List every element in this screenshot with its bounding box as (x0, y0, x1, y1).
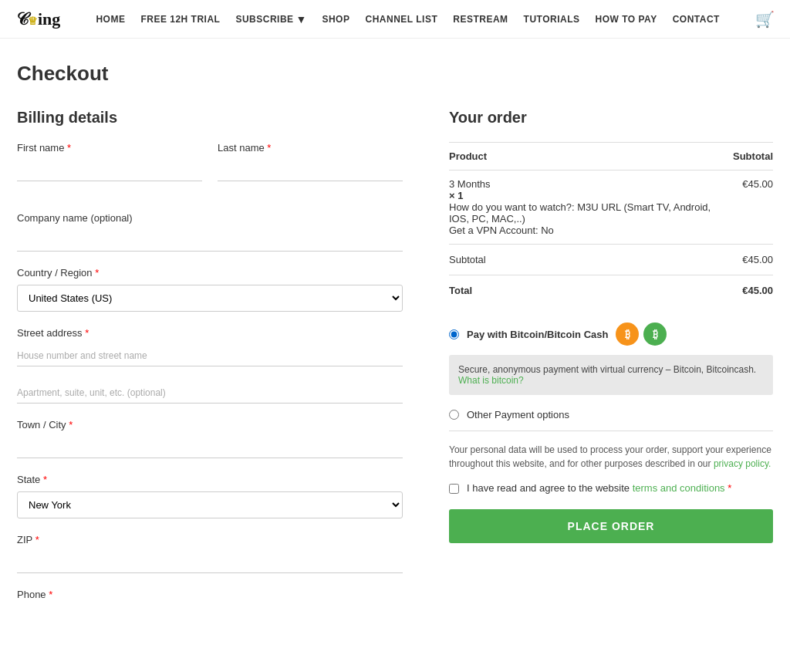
billing-section: Billing details First name * Last name *… (17, 109, 403, 622)
nav-subscribe-link[interactable]: SUBSCRIBE (235, 14, 293, 25)
nav-free-trial[interactable]: FREE 12H TRIAL (140, 14, 220, 25)
country-label: Country / Region * (17, 267, 403, 279)
zip-group: ZIP * (17, 534, 403, 573)
terms-label[interactable]: I have read and agree to the website ter… (467, 482, 731, 494)
nav-shop[interactable]: SHOP (322, 14, 349, 25)
product-row: 3 Months × 1 How do you want to watch?: … (449, 171, 773, 245)
bitcoin-desc-text: Secure, anonymous payment with virtual c… (458, 364, 756, 375)
logo-crown: ♕ (28, 15, 38, 27)
bitcoin-icons: ₿ ₿ (616, 322, 667, 346)
last-name-input[interactable] (218, 160, 403, 181)
bitcoin-description: Secure, anonymous payment with virtual c… (449, 355, 773, 395)
terms-link[interactable]: terms and conditions (633, 482, 725, 494)
nav-tutorials[interactable]: TUTORIALS (524, 14, 580, 25)
state-select[interactable]: New York (17, 491, 403, 518)
street-input[interactable] (17, 345, 403, 366)
nav-how-to-pay[interactable]: HOW TO PAY (596, 14, 657, 25)
city-required: * (69, 419, 73, 431)
nav-subscribe[interactable]: SUBSCRIBE ▼ (235, 13, 306, 25)
phone-label: Phone * (17, 589, 403, 600)
main-content: Checkout Billing details First name * La… (2, 39, 788, 645)
first-name-label: First name * (17, 142, 202, 154)
bitcoin-green-icon: ₿ (643, 322, 667, 346)
nav-restream[interactable]: RESTREAM (453, 14, 508, 25)
zip-input[interactable] (17, 552, 403, 573)
nav-channel-list[interactable]: CHANNEL LIST (365, 14, 437, 25)
product-name: 3 Months (449, 178, 490, 190)
subtotal-col-header: Subtotal (733, 143, 773, 171)
privacy-policy-link[interactable]: privacy policy. (714, 458, 771, 469)
what-is-bitcoin-link[interactable]: What is bitcoin? (458, 375, 524, 386)
city-label: Town / City * (17, 419, 403, 431)
street-group: Street address * (17, 327, 403, 366)
last-name-required: * (267, 142, 271, 154)
state-group: State * New York (17, 474, 403, 518)
order-title: Your order (449, 109, 773, 127)
country-select[interactable]: United States (US) (17, 285, 403, 312)
bitcoin-orange-icon: ₿ (616, 322, 639, 346)
name-row: First name * Last name * (17, 142, 403, 197)
chevron-down-icon: ▼ (296, 13, 307, 25)
first-name-group: First name * (17, 142, 202, 181)
nav-home[interactable]: HOME (96, 14, 125, 25)
product-watch-label: How do you want to watch?: (449, 201, 575, 213)
terms-row: I have read and agree to the website ter… (449, 482, 773, 494)
total-label: Total (449, 275, 733, 306)
zip-required: * (35, 534, 39, 545)
product-col-header: Product (449, 143, 733, 171)
apt-group (17, 382, 403, 404)
product-desc: 3 Months × 1 How do you want to watch?: … (449, 171, 733, 245)
other-payment-label[interactable]: Other Payment options (467, 409, 569, 420)
terms-text: I have read and agree to the website (467, 482, 630, 494)
terms-checkbox[interactable] (449, 484, 459, 494)
place-order-button[interactable]: PLACE ORDER (449, 509, 773, 543)
company-name-input[interactable] (17, 230, 403, 252)
other-payment-radio[interactable] (449, 410, 459, 420)
street-required: * (85, 327, 89, 339)
subtotal-label: Subtotal (449, 245, 733, 275)
subtotal-row: Subtotal €45.00 (449, 245, 773, 275)
bitcoin-radio[interactable] (449, 329, 459, 339)
country-group: Country / Region * United States (US) (17, 267, 403, 312)
logo-king: ing (38, 9, 60, 29)
country-required: * (95, 267, 99, 279)
apt-input[interactable] (17, 382, 403, 404)
first-name-required: * (67, 142, 71, 154)
zip-label: ZIP * (17, 534, 403, 545)
street-label: Street address * (17, 327, 403, 339)
phone-group: Phone * (17, 589, 403, 606)
product-price: €45.00 (733, 171, 773, 245)
other-payment-option: Other Payment options (449, 403, 773, 427)
last-name-group: Last name * (218, 142, 403, 181)
bitcoin-payment-option: Pay with Bitcoin/Bitcoin Cash ₿ ₿ (449, 313, 773, 355)
city-input[interactable] (17, 437, 403, 458)
checkout-grid: Billing details First name * Last name *… (17, 109, 773, 622)
product-qty: × 1 (449, 190, 463, 201)
first-name-input[interactable] (17, 160, 202, 181)
city-group: Town / City * (17, 419, 403, 458)
subtotal-value: €45.00 (733, 245, 773, 275)
cart-icon[interactable]: 🛒 (755, 10, 775, 29)
logo[interactable]: 𝒞♕ing (15, 9, 60, 29)
payment-section: Pay with Bitcoin/Bitcoin Cash ₿ ₿ Secure… (449, 313, 773, 543)
logo-c: 𝒞 (15, 9, 28, 29)
total-row: Total €45.00 (449, 275, 773, 306)
company-name-group: Company name (optional) (17, 212, 403, 252)
state-required: * (43, 474, 47, 485)
order-table: Product Subtotal 3 Months × 1 How do you… (449, 142, 773, 306)
total-value: €45.00 (733, 275, 773, 306)
product-vpn: Get a VPN Account: No (449, 225, 554, 236)
last-name-label: Last name * (218, 142, 403, 154)
nav-contact[interactable]: CONTACT (673, 14, 720, 25)
navigation: 𝒞♕ing HOME FREE 12H TRIAL SUBSCRIBE ▼ SH… (0, 0, 790, 39)
phone-required: * (49, 589, 52, 600)
bitcoin-label[interactable]: Pay with Bitcoin/Bitcoin Cash (467, 329, 608, 340)
state-label: State * (17, 474, 403, 485)
nav-links: HOME FREE 12H TRIAL SUBSCRIBE ▼ SHOP CHA… (96, 13, 720, 25)
order-section: Your order Product Subtotal 3 Months × 1… (449, 109, 773, 622)
terms-required: * (728, 482, 731, 494)
company-name-label: Company name (optional) (17, 212, 403, 224)
privacy-text: Your personal data will be used to proce… (449, 443, 773, 471)
billing-title: Billing details (17, 109, 403, 127)
divider (449, 431, 773, 431)
